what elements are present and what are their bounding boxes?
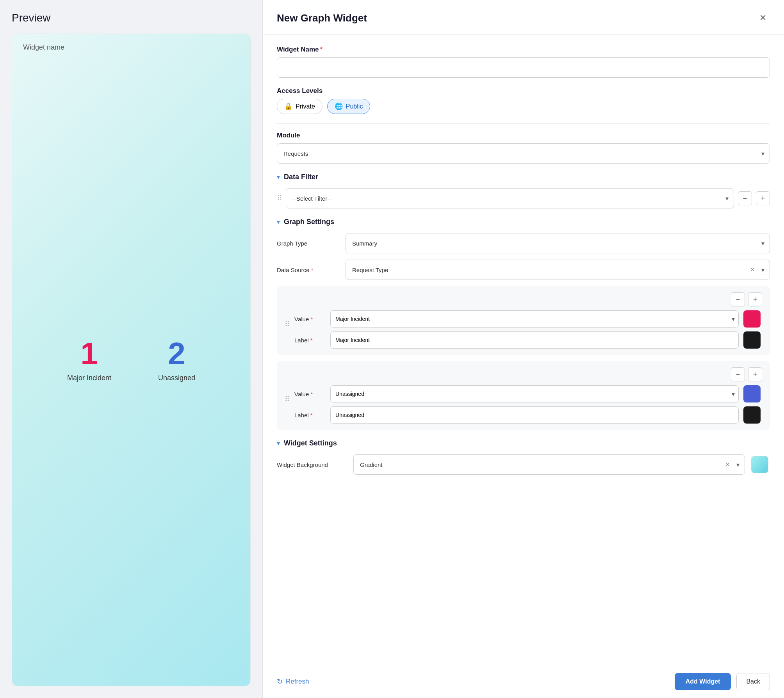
graph-type-select-wrapper: Summary ▾ <box>346 233 770 253</box>
card-1-plus-button[interactable]: + <box>748 292 762 306</box>
card-2-value-color-swatch[interactable] <box>743 385 761 402</box>
widget-bg-gradient-swatch[interactable] <box>751 456 768 473</box>
card-1-value-row: Value * Major Incident ▾ <box>294 310 762 328</box>
card-2-minus-icon: − <box>736 370 740 379</box>
public-label: Public <box>346 103 363 110</box>
card-2-label-required: * <box>309 412 313 418</box>
access-levels-group: 🔒 Private 🌐 Public <box>277 99 770 114</box>
widget-name-section: Widget Name* <box>277 46 770 78</box>
widget-bg-clear-icon[interactable]: ✕ <box>725 461 730 468</box>
card-2-label-row: Label * <box>294 406 762 424</box>
card-1-label-color-swatch[interactable] <box>743 331 761 349</box>
graph-type-select[interactable]: Summary <box>346 233 770 253</box>
card-2-label-input[interactable] <box>330 406 739 424</box>
right-title: New Graph Widget <box>277 12 367 24</box>
card-1-content: ⠿ Value * Major Incident ▾ <box>285 310 762 349</box>
right-body: Widget Name* Access Levels 🔒 Private 🌐 P… <box>263 35 784 665</box>
data-source-wrapper: Request Type ✕ ▾ <box>346 260 770 280</box>
data-filter-section: ▾ Data Filter ⠿ --Select Filter-- ▾ − + <box>277 173 770 208</box>
module-select[interactable]: Requests <box>277 143 770 164</box>
graph-settings-header[interactable]: ▾ Graph Settings <box>277 218 770 226</box>
widget-settings-header[interactable]: ▾ Widget Settings <box>277 439 770 447</box>
widget-name-label: Widget Name* <box>277 46 770 53</box>
card-2-value-select-wrapper: Unassigned ▾ <box>330 385 739 402</box>
private-label: Private <box>296 103 315 110</box>
card-1-actions: − + <box>285 292 762 306</box>
public-button[interactable]: 🌐 Public <box>327 99 371 114</box>
card-1-drag-handle: ⠿ <box>285 320 290 328</box>
globe-icon: 🌐 <box>335 102 343 110</box>
add-widget-button[interactable]: Add Widget <box>675 673 731 690</box>
drag-handle-filter: ⠿ <box>277 194 282 203</box>
private-button[interactable]: 🔒 Private <box>277 99 323 114</box>
value-card-2: − + ⠿ Value * <box>277 361 770 430</box>
summary-label-2: Unassigned <box>158 374 195 382</box>
card-2-value-row: Value * Unassigned ▾ <box>294 385 762 402</box>
card-2-actions: − + <box>285 367 762 381</box>
card-2-value-select[interactable]: Unassigned <box>330 385 739 402</box>
graph-settings-collapse-icon: ▾ <box>277 218 280 226</box>
data-source-select[interactable]: Request Type <box>346 260 770 280</box>
left-panel: Preview Widget name 1 Major Incident 2 U… <box>0 0 262 698</box>
module-label: Module <box>277 132 770 139</box>
card-2-label-color-swatch[interactable] <box>743 406 761 424</box>
data-source-clear-icon[interactable]: ✕ <box>750 266 755 273</box>
summary-item-2: 2 Unassigned <box>158 338 195 382</box>
plus-icon: + <box>761 194 765 203</box>
summary-item-1: 1 Major Incident <box>67 338 111 382</box>
card-1-fields: Value * Major Incident ▾ <box>294 310 762 349</box>
summary-number-1: 1 <box>80 338 98 369</box>
graph-settings-grid: Graph Type Summary ▾ Data Source * Reque… <box>277 233 770 280</box>
card-1-label-required: * <box>309 337 313 344</box>
close-icon: ✕ <box>759 13 766 23</box>
data-filter-title: Data Filter <box>284 173 318 181</box>
card-1-plus-icon: + <box>753 296 757 304</box>
card-1-value-select[interactable]: Major Incident <box>330 310 739 328</box>
lock-icon: 🔒 <box>284 102 292 110</box>
refresh-icon: ↻ <box>277 677 283 686</box>
card-1-value-color-swatch[interactable] <box>743 310 761 328</box>
refresh-button[interactable]: ↻ Refresh <box>277 677 309 686</box>
card-1-label-input[interactable] <box>330 331 739 349</box>
card-2-fields: Value * Unassigned ▾ <box>294 385 762 424</box>
card-2-value-required: * <box>309 391 313 397</box>
summary-number-2: 2 <box>168 338 185 369</box>
widget-settings-collapse-icon: ▾ <box>277 440 280 447</box>
close-button[interactable]: ✕ <box>756 11 770 25</box>
divider-1 <box>277 123 770 124</box>
card-1-minus-icon: − <box>736 296 740 304</box>
card-2-minus-button[interactable]: − <box>731 367 745 381</box>
data-source-label: Data Source * <box>277 267 339 273</box>
widget-settings-title: Widget Settings <box>284 439 337 447</box>
data-filter-header[interactable]: ▾ Data Filter <box>277 173 770 181</box>
widget-name-input[interactable] <box>277 57 770 78</box>
card-2-plus-button[interactable]: + <box>748 367 762 381</box>
module-select-wrapper: Requests ▾ <box>277 143 770 164</box>
graph-settings-title: Graph Settings <box>284 218 334 226</box>
filter-minus-button[interactable]: − <box>738 191 752 205</box>
widget-settings-row: Widget Background Gradient ✕ ▾ <box>277 454 770 475</box>
widget-bg-select[interactable]: Gradient <box>353 454 745 475</box>
right-footer: ↻ Refresh Add Widget Back <box>263 665 784 698</box>
filter-plus-button[interactable]: + <box>756 191 770 205</box>
back-button[interactable]: Back <box>736 673 770 690</box>
access-levels-section: Access Levels 🔒 Private 🌐 Public <box>277 87 770 114</box>
card-1-value-required: * <box>309 316 313 322</box>
filter-select[interactable]: --Select Filter-- <box>286 188 734 208</box>
summary-label-1: Major Incident <box>67 374 111 382</box>
summary-items: 1 Major Incident 2 Unassigned <box>67 338 195 382</box>
data-filter-collapse-icon: ▾ <box>277 173 280 181</box>
module-section: Module Requests ▾ <box>277 132 770 164</box>
minus-icon: − <box>743 194 747 203</box>
footer-right: Add Widget Back <box>675 673 770 690</box>
right-panel: New Graph Widget ✕ Widget Name* Access L… <box>262 0 784 698</box>
required-star: * <box>320 46 323 53</box>
data-source-required: * <box>309 267 313 273</box>
graph-settings-section: ▾ Graph Settings Graph Type Summary ▾ Da… <box>277 218 770 430</box>
preview-title: Preview <box>12 12 251 24</box>
card-1-minus-button[interactable]: − <box>731 292 745 306</box>
card-2-content: ⠿ Value * Unassigned ▾ <box>285 385 762 424</box>
card-1-value-select-wrapper: Major Incident ▾ <box>330 310 739 328</box>
card-2-drag-handle: ⠿ <box>285 395 290 403</box>
filter-select-wrapper: --Select Filter-- ▾ <box>286 188 734 208</box>
